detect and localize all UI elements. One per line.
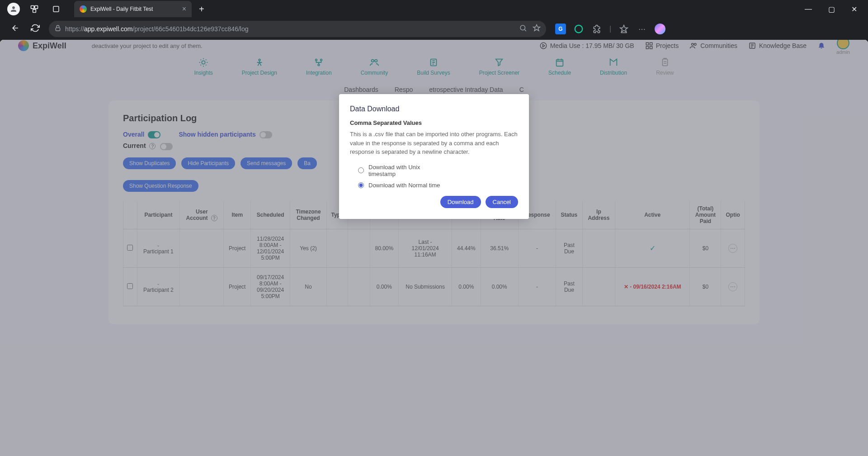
svg-rect-4 [56,28,60,31]
favorites-bar-icon[interactable] [618,24,629,34]
svg-point-6 [575,25,583,33]
grammarly-icon[interactable] [573,24,584,34]
download-button[interactable]: Download [440,196,481,208]
extensions-icon[interactable] [591,24,602,34]
modal-subtitle: Comma Separated Values [350,119,518,126]
svg-rect-3 [53,6,59,12]
workspaces-icon[interactable] [29,4,40,14]
tab-actions-icon[interactable] [51,4,61,14]
radio-unix-timestamp[interactable] [358,167,364,173]
radio-normal-time[interactable] [358,182,364,188]
modal-title: Data Download [350,105,518,113]
refresh-button[interactable] [25,21,45,37]
new-tab-button[interactable]: + [199,4,204,14]
zoom-icon[interactable] [519,24,527,34]
menu-icon[interactable]: ⋯ [637,24,647,34]
svg-rect-1 [35,6,38,9]
url-text: https://app.expiwell.com/project/66c5460… [65,25,249,33]
radio-normal-label: Download with Normal time [368,182,440,189]
cancel-button[interactable]: Cancel [486,196,518,208]
tab-title: ExpiWell - Daily Fitbit Test [90,6,179,12]
lock-icon [54,24,61,33]
svg-rect-0 [31,6,34,9]
back-button[interactable] [5,21,25,37]
maximize-button[interactable]: ▢ [825,3,839,15]
data-download-modal: Data Download Comma Separated Values Thi… [339,94,529,219]
modal-description: This is a .csv file that can be imported… [350,130,518,157]
address-bar[interactable]: https://app.expiwell.com/project/66c5460… [49,21,546,37]
favorite-icon[interactable] [533,24,541,34]
radio-unix-label: Download with Unix timestamp [368,164,441,177]
close-window-button[interactable]: ✕ [848,3,861,15]
tab-close-icon[interactable]: × [182,5,186,13]
copilot-icon[interactable] [655,24,665,34]
minimize-button[interactable]: — [801,3,816,15]
profile-icon[interactable] [7,3,20,15]
translate-icon[interactable]: G [555,24,566,34]
modal-overlay: Data Download Comma Separated Values Thi… [0,40,868,456]
browser-tab[interactable]: ExpiWell - Daily Fitbit Test × [74,1,192,17]
svg-point-5 [520,25,525,30]
svg-rect-2 [33,10,36,13]
tab-favicon [80,5,87,13]
